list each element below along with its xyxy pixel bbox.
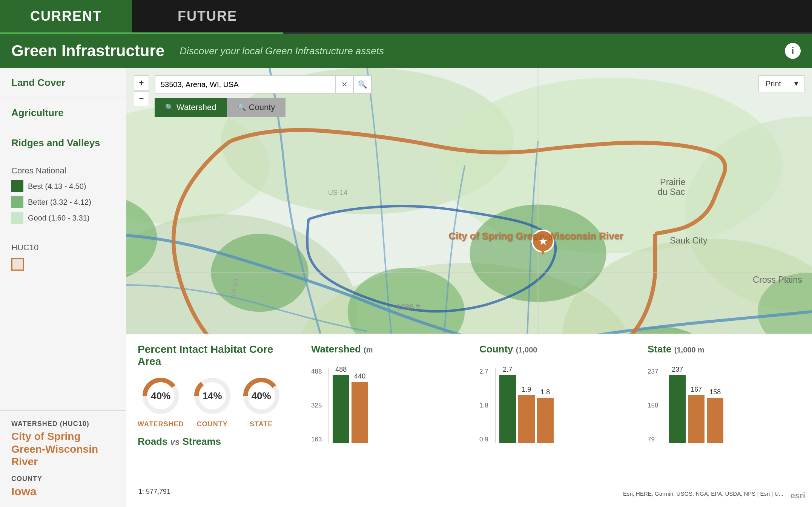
county-scope-button[interactable]: 🔍 County [227, 98, 286, 117]
svg-text:Sauk City: Sauk City [670, 236, 708, 245]
county-bar-orange1: 1.9 [518, 386, 535, 443]
search-go-button[interactable]: 🔍 [354, 75, 372, 93]
county-label: COUNTY [11, 475, 115, 483]
roads-vs-streams-title: Roads vs Streams [138, 436, 296, 447]
legend-color-good [11, 212, 23, 224]
legend-title: Cores National [11, 166, 115, 176]
watershed-bar-orange: 440 [352, 372, 368, 443]
legend-item-better: Better (3.32 - 4.12) [11, 196, 115, 208]
watershed-bar-green: 488 [333, 366, 349, 443]
info-icon[interactable]: i [785, 43, 801, 59]
county-bar-orange2: 1.8 [537, 388, 554, 443]
search-bar: ✕ 🔍 [155, 75, 372, 93]
map-location-label: City of Spring Green-Wisconsin River [448, 230, 623, 242]
svg-text:1286 ft: 1286 ft [396, 302, 421, 311]
search-icon-county: 🔍 [238, 103, 246, 112]
huc-title: HUC10 [11, 243, 115, 253]
search-input[interactable] [155, 75, 336, 93]
county-circle-label: COUNTY [197, 420, 228, 428]
svg-text:Prairie: Prairie [660, 177, 685, 187]
state-circle-label: STATE [250, 420, 273, 428]
county-bar-section: County (1,000 2.7 1.8 0.9 2.7 [479, 343, 632, 498]
esri-logo: esri [787, 490, 808, 502]
scope-buttons: 🔍 Watershed 🔍 County [155, 98, 286, 117]
county-name: Iowa [11, 485, 115, 498]
huc-section: HUC10 [0, 235, 126, 278]
legend-item-best: Best (4.13 - 4.50) [11, 180, 115, 192]
map[interactable]: ★ Governor Dodge State Park Barneveld Pr… [126, 68, 812, 507]
huc-box [11, 258, 24, 271]
state-percent-value: 40% [252, 390, 271, 402]
search-clear-button[interactable]: ✕ [336, 75, 354, 93]
state-bar-green: 237 [669, 366, 686, 443]
legend-item-good: Good (1.60 - 3.31) [11, 212, 115, 224]
app-title: Green Infrastructure [11, 42, 164, 60]
state-circle: 40% STATE [241, 375, 282, 428]
watershed-circle: 40% WATERSHED [138, 375, 184, 428]
state-y-labels: 237 158 79 [648, 368, 661, 443]
map-scale: 1: 577,791 [134, 486, 175, 498]
county-y-labels: 2.7 1.8 0.9 [479, 368, 491, 443]
map-attribution: Esri, HERE, Garmin, USGS, NGA, EPA, USDA… [621, 489, 786, 498]
watershed-scope-button[interactable]: 🔍 Watershed [155, 98, 227, 117]
zoom-in-button[interactable]: + [134, 75, 149, 90]
tab-future[interactable]: FUTURE [132, 0, 283, 34]
watershed-circle-label: WATERSHED [138, 420, 184, 428]
state-bar-orange1: 167 [688, 386, 705, 443]
watershed-y-labels: 488 325 163 [311, 368, 325, 443]
sidebar: Land Cover Agriculture Ridges and Valley… [0, 68, 126, 507]
legend-color-best [11, 180, 23, 192]
state-bar-section: State (1,000 m 237 158 79 237 [648, 343, 801, 498]
watershed-bar-section: Watershed (m 488 325 163 488 [311, 343, 464, 498]
print-button[interactable]: Print ▼ [758, 75, 804, 92]
percent-intact-section: Percent Intact Habitat Core Area 40% WAT… [138, 343, 296, 498]
legend-color-better [11, 196, 23, 208]
watershed-percent-value: 40% [151, 390, 170, 402]
svg-text:Cross Plains: Cross Plains [753, 275, 802, 285]
legend: Cores National Best (4.13 - 4.50) Better… [0, 158, 126, 235]
sidebar-item-ridges-valleys[interactable]: Ridges and Valleys [0, 128, 126, 158]
chevron-down-icon: ▼ [788, 76, 804, 92]
app-subtitle: Discover your local Green Infrastructure… [180, 45, 770, 57]
watershed-label: WATERSHED (HUC10) [11, 420, 115, 428]
county-percent-value: 14% [203, 390, 222, 402]
circles-row: 40% WATERSHED 14% COUNTY [138, 375, 296, 428]
search-icon: 🔍 [165, 103, 173, 112]
bottom-panel: Percent Intact Habitat Core Area 40% WAT… [126, 334, 812, 507]
percent-intact-title: Percent Intact Habitat Core Area [138, 343, 296, 368]
app-header: Green Infrastructure Discover your local… [0, 34, 812, 68]
sidebar-item-agriculture[interactable]: Agriculture [0, 98, 126, 128]
svg-text:US-14: US-14 [328, 189, 347, 196]
county-circle: 14% COUNTY [192, 375, 233, 428]
county-bar-green: 2.7 [499, 366, 516, 443]
state-bar-orange2: 158 [707, 388, 723, 443]
watershed-info: WATERSHED (HUC10) City of Spring Green-W… [0, 410, 126, 507]
tab-current[interactable]: CURRENT [0, 0, 132, 34]
svg-text:du Sac: du Sac [658, 187, 685, 197]
watershed-name: City of Spring Green-Wisconsin River [11, 430, 115, 468]
sidebar-item-land-cover[interactable]: Land Cover [0, 68, 126, 98]
zoom-out-button[interactable]: − [134, 91, 149, 106]
map-zoom-controls: + − [134, 75, 149, 106]
